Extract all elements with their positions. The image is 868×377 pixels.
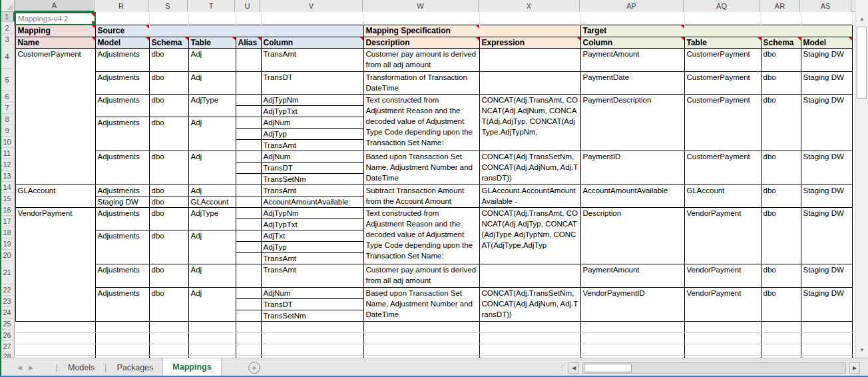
cell-description[interactable]: Customer pay amount is derived from all … [363, 48, 479, 71]
scroll-right-button[interactable]: ▶ [849, 362, 860, 374]
cell-source-schema[interactable]: dbo [149, 151, 188, 185]
cell-source-table[interactable]: Adj [188, 230, 236, 264]
cell-target-table[interactable]: CustomerPayment [684, 48, 761, 71]
cell-description[interactable]: Based upon Transaction Set Name, Adjustm… [363, 287, 479, 321]
row-header[interactable]: 12 [0, 159, 15, 171]
cell-source-alias[interactable] [236, 264, 261, 287]
cell-source-alias[interactable] [236, 196, 261, 207]
sheet-nav-right-icon[interactable]: ▶ [29, 364, 33, 371]
tab-models[interactable]: Models [59, 358, 104, 377]
cell-target-column[interactable]: PaymentAmount [580, 264, 684, 287]
row-header[interactable]: 15 [0, 193, 15, 204]
select-all-corner[interactable] [0, 0, 15, 12]
cell-source-table[interactable]: Adj [188, 117, 236, 151]
row-header[interactable]: 2 [0, 22, 15, 34]
cell-source-schema[interactable]: dbo [149, 94, 188, 117]
row-header[interactable]: 10 [0, 137, 15, 148]
row-header[interactable]: 1 [0, 12, 15, 22]
cell-description[interactable]: Text constructed from Adjustment Reason … [363, 207, 479, 264]
cell-source-column[interactable]: AdjTyp [261, 128, 363, 139]
cell-source-alias[interactable] [236, 252, 261, 264]
cell[interactable] [479, 344, 580, 355]
cell-target-schema[interactable]: dbo [761, 207, 801, 264]
cell[interactable] [363, 321, 479, 332]
header-target-model[interactable]: Model [801, 37, 852, 48]
cell-source-model[interactable]: Adjustments [95, 230, 149, 264]
cell[interactable] [261, 321, 363, 332]
cell-source-column[interactable]: TransDT [261, 162, 363, 173]
cell[interactable] [149, 332, 188, 344]
col-header-AR[interactable]: AR [760, 0, 800, 12]
cell-source-column[interactable]: AdjTypNm [261, 94, 363, 105]
header-source-schema[interactable]: Schema [149, 37, 188, 48]
cell-source-schema[interactable]: dbo [149, 230, 188, 264]
col-header-T[interactable]: T [188, 0, 235, 12]
cell-expression[interactable] [479, 71, 580, 94]
scroll-up-button[interactable]: ▲ [857, 13, 867, 24]
fill-handle[interactable] [91, 21, 95, 24]
cell-source-table[interactable]: Adj [188, 287, 236, 321]
cell[interactable] [580, 344, 684, 355]
cell-source-column[interactable]: TransAmt [261, 48, 363, 71]
cell-target-table[interactable]: GLAccount [684, 185, 761, 207]
cell-mapping-name[interactable]: GLAccount [15, 185, 95, 207]
header-target-column[interactable]: Column [580, 37, 684, 48]
cell-source-column[interactable]: TransAmt [261, 139, 363, 151]
cell-description[interactable]: Based upon Transaction Set Name, Adjustm… [363, 151, 479, 185]
col-header-S[interactable]: S [148, 0, 188, 12]
cell[interactable] [236, 321, 261, 332]
cell-source-alias[interactable] [236, 298, 261, 310]
cell[interactable] [261, 344, 363, 355]
cell-source-column[interactable]: AdjNum [261, 151, 363, 162]
header-mapping-specification[interactable]: Mapping Specification [363, 25, 580, 37]
cell-source-alias[interactable] [236, 139, 261, 151]
row-header[interactable]: 26 [0, 330, 15, 341]
cell-source-column[interactable]: TransAmt [261, 185, 363, 196]
cell[interactable] [684, 321, 761, 332]
cell-target-table[interactable]: CustomerPayment [684, 151, 761, 185]
cell-source-column[interactable]: TransAmt [261, 264, 363, 287]
header-mapping[interactable]: Mapping [15, 25, 95, 37]
cell-source-table[interactable]: Adj [188, 264, 236, 287]
cell[interactable] [479, 321, 580, 332]
cell[interactable] [149, 13, 188, 25]
cell-target-schema[interactable]: dbo [761, 151, 801, 185]
cell[interactable] [149, 344, 188, 355]
cell-expression[interactable]: CONCAT(Adj.TransAmt, CONCAT(Adj.AdjNum, … [479, 94, 580, 151]
cell-source-alias[interactable] [236, 230, 261, 241]
cell-target-column[interactable]: Description [580, 207, 684, 264]
cell[interactable] [95, 321, 149, 332]
cell[interactable] [261, 332, 363, 344]
header-source[interactable]: Source [95, 25, 363, 37]
header-description[interactable]: Description [363, 37, 479, 48]
cell-expression[interactable]: CONCAT(Adj.TransAmt, CONCAT(Adj.AdjTyp, … [479, 207, 580, 264]
cell[interactable] [801, 344, 852, 355]
cell-source-alias[interactable] [236, 185, 261, 196]
cell-target-column[interactable]: AccountAmountAvailable [580, 185, 684, 207]
cell-source-model[interactable]: Adjustments [95, 287, 149, 321]
header-target-schema[interactable]: Schema [761, 37, 801, 48]
row-header[interactable]: 25 [0, 318, 15, 330]
cell-source-table[interactable]: Adj [188, 71, 236, 94]
cell-source-schema[interactable]: dbo [149, 71, 188, 94]
col-header-W[interactable]: W [363, 0, 479, 12]
cell-source-table[interactable]: AdjType [188, 94, 236, 117]
cell[interactable] [261, 13, 363, 25]
tab-packages[interactable]: Packages [107, 358, 162, 377]
cell[interactable] [236, 344, 261, 355]
cell-description[interactable]: Customer pay amount is derived from all … [363, 264, 479, 287]
cell-source-table[interactable]: GLAccount [188, 196, 236, 207]
cell[interactable] [684, 344, 761, 355]
vertical-scrollbar[interactable]: ▲ ▼ [855, 0, 868, 358]
cell-target-table[interactable]: VendorPayment [684, 264, 761, 287]
cell-target-model[interactable]: Staging DW [801, 185, 852, 207]
cell-target-column[interactable]: PaymentDate [580, 71, 684, 94]
cell-source-table[interactable]: Adj [188, 185, 236, 196]
cell-source-column[interactable]: AdjTypNm [261, 207, 363, 218]
cell-source-alias[interactable] [236, 128, 261, 139]
cell-target-model[interactable]: Staging DW [801, 287, 852, 321]
cell-a1-selected[interactable]: Mappings-v4.2 [15, 13, 95, 25]
cell-description[interactable]: Transformation of Transaction DateTime [363, 71, 479, 94]
cell-source-alias[interactable] [236, 241, 261, 252]
cell-source-alias[interactable] [236, 117, 261, 128]
